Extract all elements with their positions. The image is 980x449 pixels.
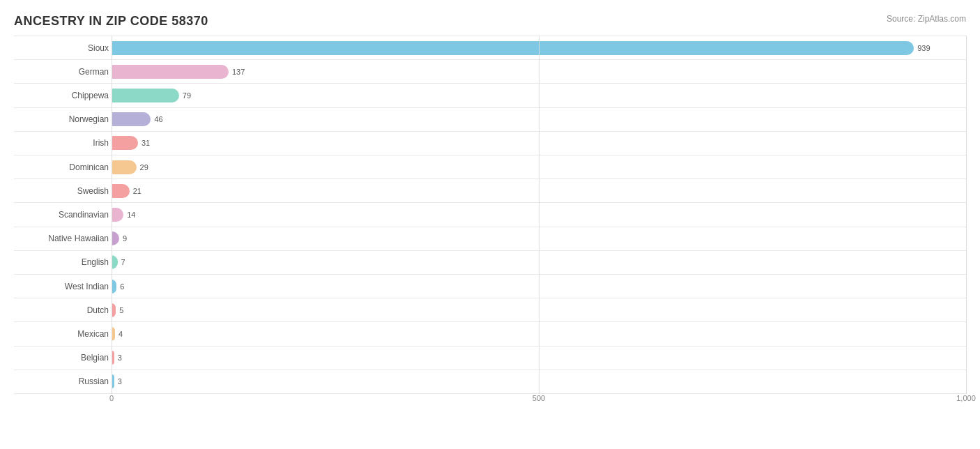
- bar-cell: 137: [112, 60, 966, 83]
- bar-cell: 939: [112, 36, 966, 59]
- x-axis-container: 05001,000: [112, 394, 966, 408]
- bar-cell: 79: [112, 84, 966, 107]
- bar-row: English7: [14, 251, 966, 275]
- bar-value-label: 3: [118, 353, 122, 362]
- bar-value-label: 29: [140, 163, 148, 172]
- bar-row: Belgian3: [14, 347, 966, 370]
- bar: [112, 208, 123, 222]
- bar-value-label: 939: [917, 44, 930, 52]
- x-axis-tick: 1,000: [956, 394, 976, 402]
- bar-label: Mexican: [14, 329, 112, 339]
- bar-value-label: 79: [183, 91, 191, 100]
- bar-cell: 6: [112, 275, 966, 298]
- bar: [112, 112, 151, 126]
- chart-area: Sioux939German137Chippewa79Norwegian46Ir…: [14, 36, 966, 408]
- bar-cell: 7: [112, 251, 966, 274]
- bar-label: Russian: [14, 376, 112, 386]
- bar-value-label: 31: [141, 139, 150, 147]
- bar: [112, 351, 114, 365]
- bar-value-label: 137: [232, 68, 245, 76]
- bar-cell: 4: [112, 322, 966, 345]
- bar-cell: 31: [112, 132, 966, 155]
- bar: [112, 89, 179, 102]
- bar-value-label: 14: [127, 211, 135, 219]
- bar-label: Native Hawaiian: [14, 234, 112, 243]
- bar: [112, 327, 115, 341]
- bar-value-label: 3: [118, 377, 122, 386]
- bar-row: Native Hawaiian9: [14, 227, 966, 251]
- bar-row: Norwegian46: [14, 108, 966, 132]
- bar-label: Dutch: [14, 305, 112, 315]
- bar-row: Scandinavian14: [14, 203, 966, 227]
- bar-label: Swedish: [14, 186, 112, 196]
- bar-value-label: 46: [154, 115, 162, 123]
- bar-label: Belgian: [14, 353, 112, 363]
- bar: [112, 374, 114, 388]
- bar-label: Norwegian: [14, 114, 112, 124]
- bars-section: Sioux939German137Chippewa79Norwegian46Ir…: [14, 36, 966, 394]
- bar-cell: 3: [112, 370, 966, 393]
- bar-cell: 9: [112, 227, 966, 250]
- bar-label: German: [14, 67, 112, 77]
- bar: [112, 280, 116, 294]
- bar-label: Irish: [14, 138, 112, 148]
- bar-row: Sioux939: [14, 36, 966, 60]
- bar-label: Chippewa: [14, 91, 112, 100]
- bar-row: Dominican29: [14, 155, 966, 179]
- bar-value-label: 4: [118, 330, 123, 338]
- bar-label: West Indian: [14, 282, 112, 291]
- bar-row: West Indian6: [14, 275, 966, 298]
- x-axis-tick: 0: [109, 394, 114, 402]
- bar: [112, 303, 116, 317]
- x-axis-tick: 500: [533, 394, 545, 402]
- bar-label: English: [14, 257, 112, 267]
- bar-row: German137: [14, 60, 966, 84]
- grid-line: [966, 36, 967, 394]
- bar: [112, 184, 130, 198]
- bar-cell: 14: [112, 203, 966, 226]
- chart-container: ANCESTRY IN ZIP CODE 58370 Source: ZipAt…: [0, 0, 980, 449]
- bar-value-label: 9: [123, 234, 127, 243]
- bar: [112, 136, 138, 150]
- bar-row: Swedish21: [14, 179, 966, 203]
- bar-row: Dutch5: [14, 298, 966, 322]
- bar-row: Mexican4: [14, 322, 966, 346]
- bar-value-label: 6: [120, 282, 124, 291]
- bar-label: Scandinavian: [14, 210, 112, 220]
- bar: [112, 160, 137, 174]
- bar-value-label: 21: [133, 187, 141, 195]
- bar-value-label: 5: [119, 306, 123, 314]
- bar-cell: 3: [112, 347, 966, 370]
- bar-cell: 29: [112, 155, 966, 178]
- bar-row: Irish31: [14, 132, 966, 155]
- bar-cell: 46: [112, 108, 966, 131]
- bar: [112, 65, 229, 79]
- bar: [112, 41, 914, 55]
- bar-label: Dominican: [14, 162, 112, 172]
- bar: [112, 255, 118, 269]
- bar-row: Russian3: [14, 370, 966, 394]
- source-label: Source: ZipAtlas.com: [887, 14, 966, 24]
- bar-cell: 21: [112, 179, 966, 202]
- bar-row: Chippewa79: [14, 84, 966, 107]
- bar: [112, 231, 119, 245]
- bar-label: Sioux: [14, 43, 112, 53]
- chart-title: ANCESTRY IN ZIP CODE 58370: [14, 14, 966, 29]
- bar-value-label: 7: [121, 258, 125, 266]
- bar-cell: 5: [112, 298, 966, 321]
